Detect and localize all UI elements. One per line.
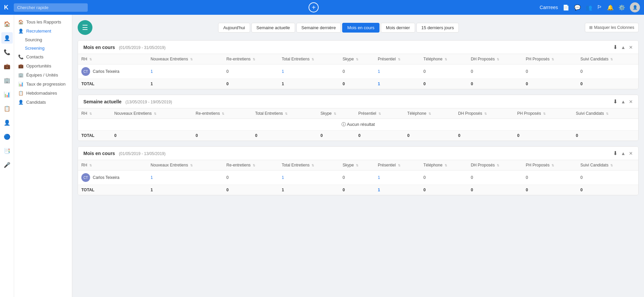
sidebar-icon-weekly[interactable]: 📋 — [1, 103, 13, 114]
report-card-3-period: (01/05/2019 - 13/05/2019) — [119, 151, 166, 156]
th-nouv-entretiens[interactable]: Nouveaux Entretiens ⇅ — [147, 54, 223, 64]
tab-mois-dernier[interactable]: Mois dernier — [381, 23, 415, 33]
th3-rh[interactable]: RH ⇅ — [78, 160, 147, 170]
total-ph: 0 — [522, 79, 577, 89]
report-card-1-period: (01/05/2019 - 31/05/2019) — [119, 45, 166, 50]
users-icon[interactable]: 👥 — [586, 4, 592, 11]
th3-re[interactable]: Re-entretiens ⇅ — [223, 160, 279, 170]
sidebar-icon-extra1[interactable]: 🔵 — [1, 131, 13, 142]
cell3-pres-val[interactable]: 1 — [378, 175, 380, 180]
th3-dh[interactable]: DH Proposés ⇅ — [468, 160, 523, 170]
th3-suivi[interactable]: Suivi Candidats ⇅ — [577, 160, 638, 170]
sidebar-icon-contacts[interactable]: 📞 — [1, 46, 13, 58]
th-presentiel[interactable]: Présentiel ⇅ — [374, 54, 420, 64]
report-table-1: RH ⇅ Nouveaux Entretiens ⇅ Re-entretiens… — [78, 54, 638, 89]
th3-pres[interactable]: Présentiel ⇅ — [374, 160, 420, 170]
total-nouv: 1 — [147, 79, 223, 89]
hide-columns-button[interactable]: ⊞ Masquer les Colonnes — [585, 23, 639, 32]
sidebar-icon-extra3[interactable]: 🎤 — [1, 159, 13, 170]
th2-pres[interactable]: Présentiel ⇅ — [355, 108, 404, 119]
sidebar-item-hebdo[interactable]: 📋 Hebdomadaires — [14, 89, 72, 98]
th3-skype[interactable]: Skype ⇅ — [339, 160, 374, 170]
th-telephone[interactable]: Téléphone ⇅ — [420, 54, 468, 64]
sidebar-item-candidats[interactable]: 👤 Candidats — [14, 98, 72, 107]
report-table-3: RH ⇅ Nouveaux Entretiens ⇅ Re-entretiens… — [78, 160, 638, 195]
th-total-entretiens[interactable]: Total Entretiens ⇅ — [278, 54, 339, 64]
download-button-2[interactable]: ⬇ — [613, 98, 617, 105]
download-button-1[interactable]: ⬇ — [613, 44, 617, 50]
th3-tel[interactable]: Téléphone ⇅ — [420, 160, 468, 170]
tab-15-jours[interactable]: 15 derniers jours — [416, 23, 459, 33]
sidebar-item-taux[interactable]: 📊 Taux de progression — [14, 80, 72, 89]
sidebar-icon-teams[interactable]: 🏢 — [1, 75, 13, 86]
th2-tel[interactable]: Téléphone ⇅ — [404, 108, 455, 119]
th2-rh[interactable]: RH ⇅ — [78, 108, 111, 119]
main-layout: 🏠 👤 📞 💼 🏢 📊 📋 👤 🔵 📑 🎤 🏠 Tous les Rapport… — [0, 15, 644, 297]
total3-pres-val[interactable]: 1 — [378, 188, 380, 192]
document-icon[interactable]: 📄 — [563, 4, 569, 11]
report-card-3-title: Mois en cours — [83, 151, 115, 156]
th3-total[interactable]: Total Entretiens ⇅ — [278, 160, 339, 170]
close-button-3[interactable]: ✕ — [629, 151, 633, 156]
th2-total[interactable]: Total Entretiens ⇅ — [252, 108, 317, 119]
th-ph-proposes[interactable]: PH Proposés ⇅ — [522, 54, 577, 64]
flag-icon[interactable]: 🏳 — [597, 4, 602, 10]
report-card-3-actions: ⬇ ▲ ✕ — [613, 150, 633, 156]
total3-nouv: 1 — [147, 185, 223, 195]
chat-icon[interactable]: 💬 — [574, 4, 581, 11]
report-card-3: Mois en cours (01/05/2019 - 13/05/2019) … — [78, 146, 639, 195]
user-avatar[interactable]: 👤 — [630, 2, 640, 12]
tab-mois-en-cours[interactable]: Mois en cours — [342, 23, 379, 33]
th2-suivi[interactable]: Suivi Candidats ⇅ — [572, 108, 638, 119]
add-button[interactable]: + — [309, 2, 319, 12]
th2-dh[interactable]: DH Proposés ⇅ — [455, 108, 514, 119]
bell-icon[interactable]: 🔔 — [607, 4, 614, 11]
sidebar-item-screening[interactable]: Screening — [14, 44, 72, 52]
sidebar-icon-home[interactable]: 🏠 — [1, 18, 13, 30]
sidebar-icon-recruit[interactable]: 👤 — [1, 32, 13, 44]
list-view-button[interactable]: ☰ — [78, 20, 92, 35]
sidebar-icon-opps[interactable]: 💼 — [1, 60, 13, 72]
sidebar-icon-extra2[interactable]: 📑 — [1, 145, 13, 156]
total2-re: 0 — [192, 131, 252, 141]
collapse-button-3[interactable]: ▲ — [621, 151, 626, 156]
sidebar-item-contacts[interactable]: 📞 Contacts — [14, 52, 72, 61]
settings-icon[interactable]: ⚙️ — [618, 4, 625, 11]
sidebar-icon-candidates[interactable]: 👤 — [1, 117, 13, 128]
sidebar-item-recrutement[interactable]: 👤 Recrutement — [14, 27, 72, 36]
cell-suivi: 0 — [577, 64, 638, 79]
th-rh[interactable]: RH ⇅ — [78, 54, 147, 64]
th-suivi-candidats[interactable]: Suivi Candidats ⇅ — [577, 54, 638, 64]
search-input[interactable] — [14, 3, 88, 12]
th2-re[interactable]: Re-entretiens ⇅ — [192, 108, 252, 119]
cell-nouv-val[interactable]: 1 — [151, 69, 153, 74]
report-card-2-actions: ⬇ ▲ ✕ — [613, 98, 633, 105]
th-skype[interactable]: Skype ⇅ — [339, 54, 374, 64]
cell-total-val[interactable]: 1 — [282, 69, 284, 74]
th2-ph[interactable]: PH Proposés ⇅ — [514, 108, 573, 119]
collapse-button-1[interactable]: ▲ — [621, 45, 626, 50]
close-button-2[interactable]: ✕ — [629, 99, 633, 104]
th3-nouv[interactable]: Nouveaux Entretiens ⇅ — [147, 160, 223, 170]
sidebar-icon-progress[interactable]: 📊 — [1, 89, 13, 100]
sidebar-item-sourcing[interactable]: Sourcing — [14, 36, 72, 44]
th3-ph[interactable]: PH Proposés ⇅ — [522, 160, 577, 170]
sidebar-item-equipes[interactable]: 🏢 Équipes / Unités — [14, 70, 72, 80]
tab-semaine-actuelle[interactable]: Semaine actuelle — [251, 23, 295, 33]
cell3-total-val[interactable]: 1 — [282, 175, 284, 180]
download-button-3[interactable]: ⬇ — [613, 150, 617, 156]
tab-aujourd-hui[interactable]: Aujourd'hui — [218, 23, 250, 33]
sidebar-item-opportunites[interactable]: 💼 Opportunités — [14, 61, 72, 70]
total-pres-val[interactable]: 1 — [378, 82, 380, 86]
th2-nouv[interactable]: Nouveaux Entretiens ⇅ — [111, 108, 192, 119]
cell3-nouv-val[interactable]: 1 — [151, 175, 153, 180]
th-re-entretiens[interactable]: Re-entretiens ⇅ — [223, 54, 279, 64]
close-button-1[interactable]: ✕ — [629, 45, 633, 50]
sidebar-item-tous-rapports[interactable]: 🏠 Tous les Rapports — [14, 17, 72, 27]
collapse-button-2[interactable]: ▲ — [621, 99, 626, 104]
th-dh-proposes[interactable]: DH Proposés ⇅ — [468, 54, 523, 64]
th2-skype[interactable]: Skype ⇅ — [317, 108, 355, 119]
cell-pres-val[interactable]: 1 — [378, 69, 380, 74]
tab-semaine-derniere[interactable]: Semaine dernière — [296, 23, 341, 33]
hide-cols-icon: ⊞ — [589, 25, 593, 30]
